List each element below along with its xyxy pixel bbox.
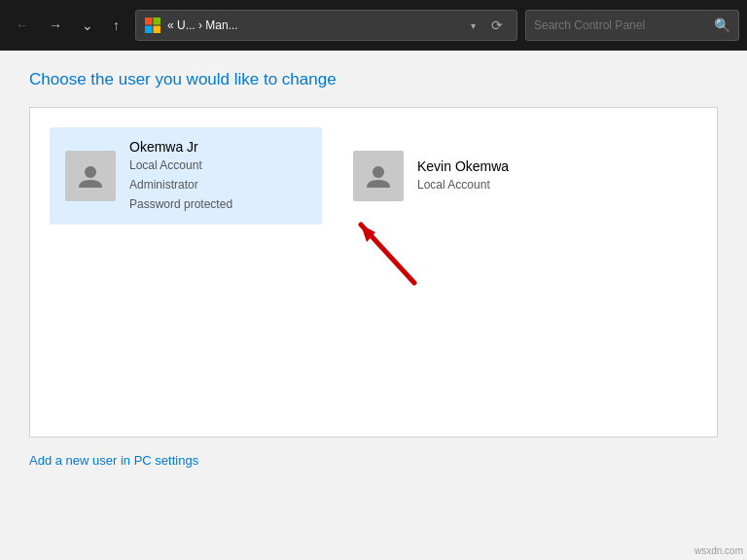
user-info-1: Okemwa Jr Local Account Administrator Pa…	[129, 139, 232, 213]
search-input[interactable]	[534, 18, 708, 32]
back-button[interactable]: ←	[8, 12, 37, 39]
user-avatar-2	[353, 151, 404, 201]
watermark: wsxdn.com	[694, 545, 743, 556]
svg-marker-7	[361, 225, 375, 242]
user-detail-1-line3: Password protected	[129, 195, 232, 213]
user-detail-2-line1: Local Account	[417, 176, 509, 193]
titlebar: ← → ⌄ ↑ « U... › Man... ▾ ⟳ 🔍	[0, 0, 747, 51]
user-icon-1	[75, 160, 106, 192]
users-panel: Okemwa Jr Local Account Administrator Pa…	[29, 107, 718, 438]
user-avatar-1	[65, 151, 116, 201]
users-grid: Okemwa Jr Local Account Administrator Pa…	[50, 127, 697, 225]
address-dropdown-button[interactable]: ▾	[467, 18, 480, 33]
user-name-2: Kevin Okemwa	[417, 158, 509, 174]
svg-point-5	[373, 166, 384, 178]
address-bar[interactable]: « U... › Man... ▾ ⟳	[135, 10, 517, 41]
user-detail-1-line1: Local Account	[129, 157, 232, 174]
user-icon-2	[363, 160, 394, 192]
add-user-link[interactable]: Add a new user in PC settings	[29, 453, 198, 468]
svg-line-6	[361, 225, 414, 283]
search-bar[interactable]: 🔍	[525, 10, 739, 41]
main-content: Choose the user you would like to change…	[0, 51, 747, 488]
forward-button[interactable]: →	[41, 12, 70, 39]
address-text: « U... › Man...	[167, 18, 461, 32]
recent-locations-button[interactable]: ⌄	[74, 12, 101, 39]
search-submit-button[interactable]: 🔍	[714, 18, 730, 33]
svg-rect-1	[154, 18, 161, 25]
svg-point-4	[85, 166, 96, 178]
up-button[interactable]: ↑	[105, 12, 127, 39]
user-name-1: Okemwa Jr	[129, 139, 232, 155]
page-title: Choose the user you would like to change	[29, 70, 718, 89]
svg-rect-2	[145, 26, 153, 34]
refresh-button[interactable]: ⟳	[485, 14, 509, 37]
user-card-1[interactable]: Okemwa Jr Local Account Administrator Pa…	[50, 127, 322, 225]
windows-icon	[144, 17, 161, 34]
svg-rect-3	[154, 26, 161, 34]
user-detail-1-line2: Administrator	[129, 176, 232, 193]
svg-rect-0	[145, 18, 153, 25]
user-card-2[interactable]: Kevin Okemwa Local Account	[338, 127, 610, 225]
user-info-2: Kevin Okemwa Local Account	[417, 158, 509, 193]
